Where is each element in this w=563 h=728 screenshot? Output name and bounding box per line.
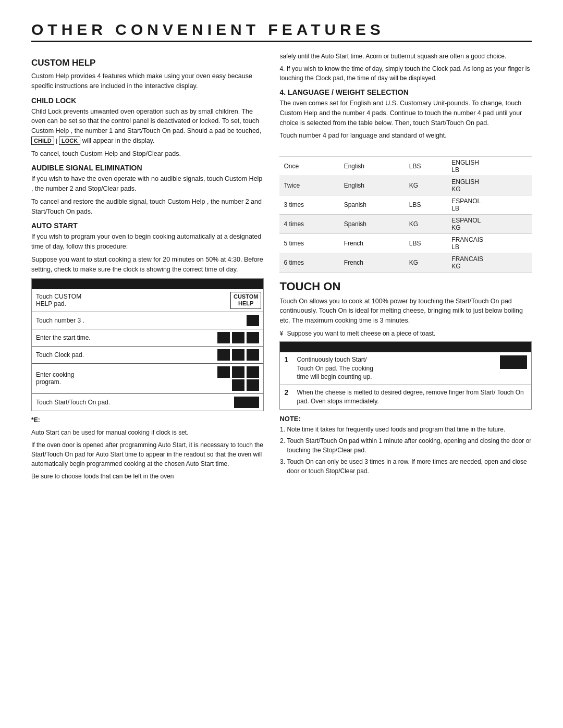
auto-row-2-blocks: [247, 315, 261, 326]
yen-bullet: ¥: [279, 330, 283, 337]
audible-heading: AUDIBLE SIGNAL ELIMINATION: [31, 164, 264, 172]
lock-tag: LOCK: [59, 137, 80, 145]
left-column: CUSTOM HELP Custom Help provides 4 featu…: [31, 52, 264, 484]
note-title: NOTE:: [279, 415, 532, 423]
table-row: 6 times French KG FRANCAISKG: [279, 253, 532, 272]
auto-row-5-label: Enter cookingprogram.: [34, 371, 214, 386]
block: [247, 332, 259, 343]
language-table: Once English LBS ENGLISHLB Twice English…: [279, 145, 532, 273]
table-cell: 6 times: [279, 253, 339, 272]
language-heading: 4. LANGUAGE / WEIGHT SELECTION: [279, 88, 532, 96]
audible-restore: To cancel and restore the audible signal…: [31, 197, 264, 217]
table-cell: 4 times: [279, 214, 339, 233]
auto-row-3-label: Enter the start time.: [34, 334, 214, 341]
block: [247, 315, 259, 326]
auto-row-4: Touch Clock pad.: [32, 347, 263, 364]
child-tag: CHILD: [31, 137, 54, 145]
auto-row-2-label: Touch number 3 .: [34, 317, 243, 324]
right-column: safely until the Auto Start time. Acorn …: [279, 52, 532, 484]
custom-help-heading: CUSTOM HELP: [31, 58, 264, 68]
table-cell: ENGLISHLB: [447, 156, 532, 176]
table-cell: Twice: [279, 176, 339, 195]
auto-row-6-blocks: [234, 397, 261, 408]
table-cell: KG: [405, 176, 448, 195]
table-row: 5 times French LBS FRANCAISLB: [279, 233, 532, 253]
auto-start-heading: AUTO START: [31, 221, 264, 230]
block: [500, 355, 527, 369]
table-cell: Once: [279, 156, 339, 176]
table-cell: ESPANOLKG: [447, 214, 532, 233]
touch-on-steps-table: 1 Continuously touch Start/Touch On pad.…: [279, 341, 532, 410]
table-cell: French: [340, 233, 405, 253]
auto-row-2: Touch number 3 .: [32, 312, 263, 329]
table-cell: LBS: [405, 233, 448, 253]
auto-row-5: Enter cookingprogram.: [32, 364, 263, 394]
auto-row-5-blocks-a: [217, 366, 261, 378]
auto-start-body: If you wish to program your oven to begi…: [31, 232, 264, 252]
audible-body: If you wish to have the oven operate wit…: [31, 174, 264, 194]
auto-row-3-blocks: [217, 332, 261, 343]
table-row: 3 times Spanish LBS ESPANOLLB: [279, 195, 532, 214]
touch-on-note: NOTE: Note time it takes for frequently …: [279, 415, 532, 476]
block: [234, 397, 259, 408]
note-list: Note time it takes for frequently used f…: [279, 425, 532, 476]
auto-note-1: Auto Start can be used for manual cookin…: [31, 428, 264, 437]
table-cell: English: [340, 176, 405, 195]
table-cell: 5 times: [279, 233, 339, 253]
table-cell: KG: [405, 253, 448, 272]
auto-note-4: 4. If you wish to know the time of day, …: [279, 64, 532, 83]
auto-row-1: Touch CUSTOMHELP pad. CUSTOMHELP: [32, 289, 263, 312]
custom-help-body: Custom Help provides 4 features which ma…: [31, 71, 264, 91]
language-table-header: [279, 145, 532, 156]
child-lock-heading: CHILD LOCK: [31, 96, 264, 105]
touch-on-section: TOUCH ON Touch On allows you to cook at …: [279, 280, 532, 476]
note-item-3: Touch On can only be used 3 times in a r…: [287, 457, 532, 476]
table-cell: LBS: [405, 156, 448, 176]
table-cell: Spanish: [340, 195, 405, 214]
language-table-body: Once English LBS ENGLISHLB Twice English…: [279, 156, 532, 272]
touch-on-heading: TOUCH ON: [279, 280, 532, 293]
note-item-1: Note time it takes for frequently used f…: [287, 425, 532, 434]
touch-on-step-1: 1 Continuously touch Start/Touch On pad.…: [280, 352, 531, 385]
step-2-text: When the cheese is melted to desired deg…: [297, 388, 527, 406]
touch-on-body: Touch On allows you to cook at 100% powe…: [279, 297, 532, 326]
table-cell: 3 times: [279, 195, 339, 214]
auto-note-2: If the oven door is opened after program…: [31, 440, 264, 468]
auto-table-header: [32, 279, 263, 289]
auto-start-example: Suppose you want to start cooking a stew…: [31, 255, 264, 275]
touch-on-example: ¥ ¥ Suppose you want to melt cheese on a…: [279, 329, 532, 338]
block: [247, 366, 259, 378]
auto-note-3: Be sure to choose foods that can be left…: [31, 472, 264, 481]
table-cell: French: [340, 253, 405, 272]
page: OTHER CONVENIENT FEATURES CUSTOM HELP Cu…: [0, 0, 563, 728]
block: [232, 332, 244, 343]
block: [217, 366, 230, 378]
table-cell: FRANCAISLB: [447, 233, 532, 253]
table-cell: ESPANOLLB: [447, 195, 532, 214]
touch-on-step-2: 2 When the cheese is melted to desired d…: [280, 385, 531, 409]
auto-row-6-label: Touch Start/Touch On pad.: [34, 399, 231, 406]
child-lock-cancel: To cancel, touch Custom Help and Stop/Cl…: [31, 149, 264, 159]
step-2-number: 2: [284, 388, 292, 397]
language-body: The oven comes set for English and U.S. …: [279, 98, 532, 128]
table-cell: English: [340, 156, 405, 176]
auto-row-5-blocks-b: [232, 379, 261, 391]
auto-row-1-label: Touch CUSTOMHELP pad.: [34, 293, 227, 307]
step-1-blocks: [500, 355, 527, 369]
table-cell: KG: [405, 214, 448, 233]
custom-help-box: CUSTOMHELP: [230, 292, 261, 309]
block: [232, 349, 244, 361]
table-cell: ENGLISHKG: [447, 176, 532, 195]
table-cell: LBS: [405, 195, 448, 214]
table-row: 4 times Spanish KG ESPANOLKG: [279, 214, 532, 233]
block: [247, 379, 259, 391]
table-cell: FRANCAISKG: [447, 253, 532, 272]
auto-start-table: Touch CUSTOMHELP pad. CUSTOMHELP Touch n…: [31, 278, 264, 411]
auto-row-4-label: Touch Clock pad.: [34, 351, 214, 359]
block: [232, 366, 244, 378]
block: [232, 379, 244, 391]
child-lock-body: Child Lock prevents unwanted oven operat…: [31, 107, 264, 146]
block: [247, 349, 259, 361]
block: [217, 332, 230, 343]
note-item-2: Touch Start/Touch On pad within 1 minute…: [287, 436, 532, 455]
